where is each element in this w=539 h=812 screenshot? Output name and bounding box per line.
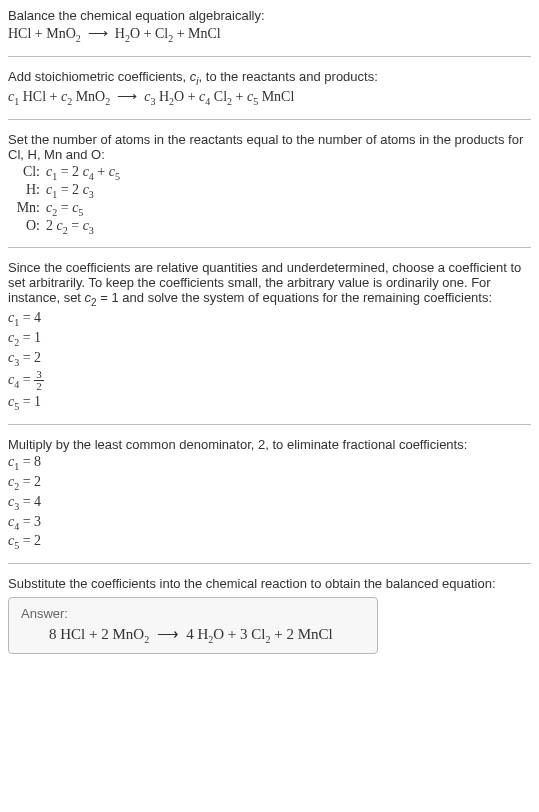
- coefficient-value: c2 = 1: [8, 330, 531, 348]
- atom-label: H:: [14, 182, 46, 200]
- intro-section: Balance the chemical equation algebraica…: [8, 8, 531, 44]
- divider: [8, 563, 531, 564]
- coefficient-value: c1 = 8: [8, 454, 531, 472]
- step2-text: Set the number of atoms in the reactants…: [8, 132, 531, 162]
- divider: [8, 424, 531, 425]
- coefficient-value: c4 = 3: [8, 514, 531, 532]
- atom-equation: c2 = c5: [46, 200, 83, 218]
- step1-section: Add stoichiometric coefficients, ci, to …: [8, 69, 531, 107]
- answer-equation: 8 HCl + 2 MnO2 ⟶ 4 H2O + 3 Cl2 + 2 MnCl: [21, 625, 365, 645]
- atom-equation: c1 = 2 c3: [46, 182, 94, 200]
- atom-equation: c1 = 2 c4 + c5: [46, 164, 120, 182]
- step3-text: Since the coefficients are relative quan…: [8, 260, 531, 308]
- table-row: Cl: c1 = 2 c4 + c5: [14, 164, 531, 182]
- answer-label: Answer:: [21, 606, 365, 621]
- coefficient-value: c3 = 4: [8, 494, 531, 512]
- intro-equation: HCl + MnO2 ⟶ H2O + Cl2 + MnCl: [8, 25, 531, 44]
- divider: [8, 119, 531, 120]
- coefficient-value: c4 = 32: [8, 369, 531, 392]
- coefficient-value: c5 = 2: [8, 533, 531, 551]
- divider: [8, 56, 531, 57]
- atom-label: Mn:: [14, 200, 46, 218]
- coefficient-value: c5 = 1: [8, 394, 531, 412]
- answer-box: Answer: 8 HCl + 2 MnO2 ⟶ 4 H2O + 3 Cl2 +…: [8, 597, 378, 654]
- step4-text: Multiply by the least common denominator…: [8, 437, 531, 452]
- step2-section: Set the number of atoms in the reactants…: [8, 132, 531, 235]
- step3-section: Since the coefficients are relative quan…: [8, 260, 531, 412]
- coefficient-value: c1 = 4: [8, 310, 531, 328]
- final-section: Substitute the coefficients into the che…: [8, 576, 531, 654]
- intro-text: Balance the chemical equation algebraica…: [8, 8, 531, 23]
- atom-label: Cl:: [14, 164, 46, 182]
- atom-label: O:: [14, 218, 46, 236]
- atom-equation: 2 c2 = c3: [46, 218, 94, 236]
- step1-text: Add stoichiometric coefficients, ci, to …: [8, 69, 531, 87]
- atom-balance-table: Cl: c1 = 2 c4 + c5 H: c1 = 2 c3 Mn: c2 =…: [14, 164, 531, 235]
- table-row: O: 2 c2 = c3: [14, 218, 531, 236]
- table-row: H: c1 = 2 c3: [14, 182, 531, 200]
- step1-equation: c1 HCl + c2 MnO2 ⟶ c3 H2O + c4 Cl2 + c5 …: [8, 88, 531, 107]
- coefficient-value: c3 = 2: [8, 350, 531, 368]
- table-row: Mn: c2 = c5: [14, 200, 531, 218]
- step4-section: Multiply by the least common denominator…: [8, 437, 531, 551]
- final-text: Substitute the coefficients into the che…: [8, 576, 531, 591]
- divider: [8, 247, 531, 248]
- coefficient-value: c2 = 2: [8, 474, 531, 492]
